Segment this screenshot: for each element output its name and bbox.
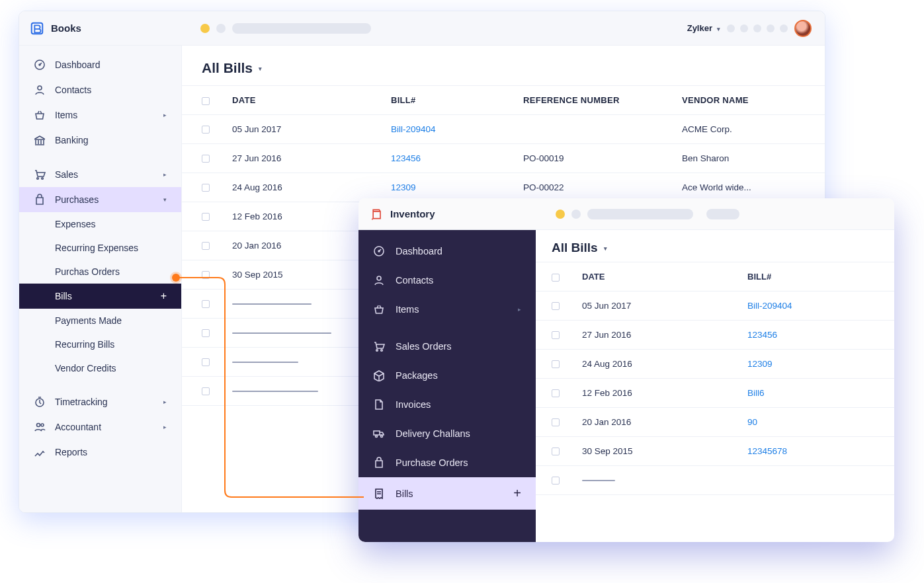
sidebar-sub-expenses[interactable]: Expenses: [19, 212, 181, 236]
sidebar-item-label: Purchas Orders: [55, 266, 120, 277]
cell-bill-link[interactable]: 12345678: [739, 437, 894, 466]
row-checkbox[interactable]: [202, 242, 210, 250]
row-checkbox[interactable]: [202, 213, 210, 221]
row-checkbox[interactable]: [552, 418, 560, 426]
row-checkbox[interactable]: [552, 331, 560, 339]
sidebar-item-timetracking[interactable]: Timetracking: [19, 389, 181, 414]
header-right: Zylker: [687, 20, 812, 37]
table-row[interactable]: 05 Jun 2017Bill-209404: [536, 292, 894, 321]
chevron-down-icon: [602, 245, 607, 252]
sidebar-item-packages[interactable]: Packages: [358, 361, 536, 390]
inventory-logo-icon: [370, 208, 384, 221]
cell-date: 05 Jun 2017: [574, 292, 739, 321]
cell-bill-link[interactable]: 123456: [739, 321, 894, 350]
avatar[interactable]: [794, 20, 812, 37]
sidebar-item-items[interactable]: Items: [358, 295, 536, 324]
panel-title-dropdown[interactable]: All Bills: [182, 46, 825, 85]
column-header-vendor[interactable]: VENDOR NAME: [674, 86, 825, 115]
sidebar-item-purchases[interactable]: Purchases: [19, 187, 181, 212]
cell-bill-link[interactable]: 12309: [739, 350, 894, 379]
cell-reference: PO-00022: [515, 173, 674, 202]
sidebar-sub-vendor-credits[interactable]: Vendor Credits: [19, 356, 181, 380]
placeholder-bar: [706, 209, 739, 219]
column-header-bill[interactable]: BILL#: [383, 86, 515, 115]
panel-title-dropdown[interactable]: All Bills: [536, 230, 894, 262]
sidebar-item-bills[interactable]: Bills +: [358, 477, 536, 510]
table-row[interactable]: 30 Sep 201512345678: [536, 437, 894, 466]
row-checkbox[interactable]: [552, 477, 560, 485]
sidebar-item-label: Purchases: [55, 194, 99, 205]
table-row[interactable]: 27 Jun 2016 123456 PO-00019 Ben Sharon: [182, 144, 825, 173]
cell-bill-link[interactable]: Bill-209404: [383, 115, 515, 144]
cell-date: 12 Feb 2016: [574, 379, 739, 408]
sidebar-item-contacts[interactable]: Contacts: [358, 266, 536, 295]
cell-bill-link[interactable]: 90: [739, 408, 894, 437]
table-row[interactable]: 05 Jun 2017 Bill-209404 ACME Corp.: [182, 115, 825, 144]
row-checkbox[interactable]: [552, 360, 560, 368]
sidebar-item-label: Contacts: [55, 85, 91, 95]
sidebar-item-label: Timetracking: [55, 397, 108, 407]
table-row[interactable]: 24 Aug 2016 12309 PO-00022 Ace World wid…: [182, 173, 825, 202]
sidebar-sub-payments-made[interactable]: Payments Made: [19, 309, 181, 332]
row-checkbox[interactable]: [202, 387, 210, 395]
cell-vendor: Ben Sharon: [674, 144, 825, 173]
header-checkbox[interactable]: [182, 86, 224, 115]
header-checkbox[interactable]: [536, 262, 574, 292]
table-row[interactable]: 27 Jun 2016123456: [536, 321, 894, 350]
cell-bill-link[interactable]: Bill6: [739, 379, 894, 408]
sidebar-item-banking[interactable]: Banking: [19, 128, 181, 153]
column-header-date[interactable]: DATE: [224, 86, 383, 115]
chevron-right-icon: [163, 112, 167, 118]
table-row[interactable]: [536, 466, 894, 495]
bills-table: DATE BILL# 05 Jun 2017Bill-209404 27 Jun…: [536, 262, 894, 495]
placeholder-bar: [587, 209, 693, 219]
row-checkbox[interactable]: [552, 302, 560, 310]
sidebar-item-invoices[interactable]: Invoices: [358, 390, 536, 419]
column-header-bill[interactable]: BILL#: [739, 262, 894, 292]
row-checkbox[interactable]: [552, 389, 560, 397]
plus-icon[interactable]: +: [161, 290, 167, 302]
person-icon: [373, 274, 385, 286]
row-checkbox[interactable]: [202, 300, 210, 308]
sidebar-item-contacts[interactable]: Contacts: [19, 77, 181, 102]
sidebar-item-purchase-orders[interactable]: Purchase Orders: [358, 448, 536, 477]
table-row[interactable]: 12 Feb 2016Bill6: [536, 379, 894, 408]
sidebar-item-dashboard[interactable]: Dashboard: [19, 52, 181, 77]
row-checkbox[interactable]: [552, 447, 560, 455]
row-checkbox[interactable]: [202, 329, 210, 337]
sidebar-item-label: Vendor Credits: [55, 363, 116, 373]
table-row[interactable]: 24 Aug 201612309: [536, 350, 894, 379]
sidebar-item-accountant[interactable]: Accountant: [19, 414, 181, 440]
panel-title-text: All Bills: [202, 60, 253, 76]
header-placeholder-group: [200, 23, 371, 34]
sidebar-sub-recurring-bills[interactable]: Recurring Bills: [19, 332, 181, 356]
cell-bill-link[interactable]: Bill-209404: [739, 292, 894, 321]
placeholder-dots: [727, 24, 788, 32]
sidebar-item-delivery-challans[interactable]: Delivery Challans: [358, 419, 536, 448]
cell-bill-link[interactable]: 12309: [383, 173, 515, 202]
cell-bill-link[interactable]: 123456: [383, 144, 515, 173]
timer-icon: [34, 396, 46, 408]
inventory-main-panel: All Bills DATE BILL# 05 Jun 2017Bill-209…: [536, 230, 894, 542]
sidebar-item-sales-orders[interactable]: Sales Orders: [358, 332, 536, 361]
column-header-date[interactable]: DATE: [574, 262, 739, 292]
column-header-reference[interactable]: REFERENCE NUMBER: [515, 86, 674, 115]
org-dropdown[interactable]: Zylker: [687, 23, 720, 33]
sidebar-item-reports[interactable]: Reports: [19, 440, 181, 465]
sidebar-sub-recurring-expenses[interactable]: Recurring Expenses: [19, 236, 181, 260]
plus-icon[interactable]: +: [513, 486, 521, 501]
connector-dot-icon: [172, 274, 180, 282]
row-checkbox[interactable]: [202, 358, 210, 366]
sidebar-sub-bills[interactable]: Bills +: [19, 284, 181, 309]
row-checkbox[interactable]: [202, 155, 210, 163]
sidebar-item-sales[interactable]: Sales: [19, 162, 181, 187]
row-checkbox[interactable]: [202, 184, 210, 192]
table-row[interactable]: 20 Jan 201690: [536, 408, 894, 437]
cart-icon: [373, 340, 385, 352]
row-checkbox[interactable]: [202, 126, 210, 134]
sidebar-item-items[interactable]: Items: [19, 102, 181, 128]
sidebar-sub-purchase-orders[interactable]: Purchas Orders: [19, 260, 181, 284]
dot-icon: [216, 24, 226, 33]
sidebar-item-dashboard[interactable]: Dashboard: [358, 237, 536, 266]
row-checkbox[interactable]: [202, 271, 210, 279]
